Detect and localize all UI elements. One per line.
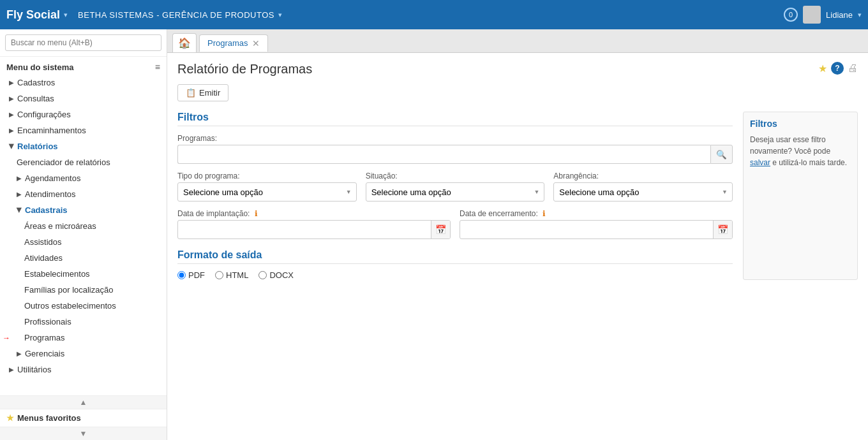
page-header: Relatório de Programas ★ ? 🖨 [177,62,858,77]
sidebar-item-encaminhamentos[interactable]: ▶ Encaminhamentos [0,122,167,138]
save-filter-link[interactable]: salvar [750,158,770,167]
programas-search-button[interactable]: 🔍 [710,145,733,164]
sidebar-item-label: Cadastros [17,78,55,87]
arrow-icon: ▶ [17,350,22,357]
user-caret-icon[interactable]: ▾ [858,11,862,19]
data-implantacao-label: Data de implantação: ℹ [177,209,451,218]
output-section: Formato de saída PDF HTML [177,249,733,280]
docx-label: DOCX [269,270,294,280]
favorites-label: Menus favoritos [17,413,81,423]
sidebar-item-label: Gerenciador de relatórios [17,158,110,167]
print-icon[interactable]: 🖨 [848,62,858,74]
brand-logo[interactable]: Fly Social [6,8,60,22]
tabs-bar: 🏠 Programas ✕ [167,29,868,53]
sidebar-item-estabelecimentos[interactable]: Estabelecimentos [0,266,167,282]
sidebar-item-profissionais[interactable]: Profissionais [0,314,167,330]
programas-input[interactable] [177,145,710,164]
data-encerramento-calendar-button[interactable]: 📅 [713,221,732,238]
data-implantacao-calendar-button[interactable]: 📅 [431,221,450,238]
situacao-select-wrapper: Selecione uma opção [366,182,545,202]
sidebar-item-label: Consultas [17,94,54,103]
sidebar-item-label: Famílias por localização [24,285,113,295]
html-label: HTML [226,270,248,280]
docx-radio[interactable] [258,271,267,279]
output-format-group: PDF HTML DOCX [177,270,733,280]
sidebar-item-gerenciador[interactable]: Gerenciador de relatórios [0,154,167,170]
data-encerramento-input[interactable] [460,220,733,239]
sidebar-item-relatorios[interactable]: ▶ Relatórios [0,138,167,154]
page-icons: ★ ? 🖨 [818,62,858,75]
scroll-up-container: ▲ [0,395,167,409]
arrow-icon: ▶ [17,191,22,198]
arrow-icon: ▶ [9,79,14,86]
sidebar-item-label: Agendamentos [25,173,80,183]
scroll-down-container: ▼ [0,427,167,440]
sidebar-item-label: Assistidos [24,237,62,247]
org-name[interactable]: BETHA SISTEMAS - GERÊNCIA DE PRODUTOS [78,10,274,20]
org-caret-icon[interactable]: ▾ [278,11,282,19]
sidebar-item-programas[interactable]: Programas [0,330,167,346]
content-area: Filtros Programas: 🔍 Tipo do programa: [177,112,858,280]
sidebar-item-cadastros[interactable]: ▶ Cadastros [0,75,167,91]
sidebar-item-label: Cadastrais [25,205,67,215]
arrow-down-icon: ▶ [8,144,15,149]
favorite-star-icon[interactable]: ★ [818,62,827,75]
html-radio[interactable] [215,271,223,279]
scroll-down-button[interactable]: ▼ [76,429,91,439]
list-icon: ≡ [155,62,160,72]
search-input[interactable] [5,34,161,51]
sidebar-item-atendimentos[interactable]: ▶ Atendimentos [0,186,167,202]
pdf-option[interactable]: PDF [177,270,205,280]
sidebar-item-agendamentos[interactable]: ▶ Agendamentos [0,170,167,186]
sidebar-item-consultas[interactable]: ▶ Consultas [0,91,167,106]
data-encerramento-wrapper: 📅 [460,220,733,239]
sidebar-item-familias[interactable]: Famílias por localização [0,282,167,298]
sidebar-list: ▶ Cadastros ▶ Consultas ▶ Configurações … [0,75,167,395]
sidebar-item-gerenciais[interactable]: ▶ Gerenciais [0,346,167,362]
programas-field: Programas: 🔍 [177,134,733,164]
scroll-up-button[interactable]: ▲ [76,397,91,407]
situacao-label: Situação: [366,172,545,180]
brand-caret-icon[interactable]: ▾ [64,11,68,19]
sidebar-item-areas[interactable]: Áreas e microáreas [0,218,167,234]
sidebar-item-label: Encaminhamentos [17,126,86,135]
situacao-select[interactable]: Selecione uma opção [366,182,545,202]
sidebar-item-label: Profissionais [24,317,71,326]
avatar[interactable] [803,6,821,24]
tipo-col: Tipo do programa: Selecione uma opção [177,172,357,202]
pdf-label: PDF [188,270,205,280]
tipo-select[interactable]: Selecione uma opção [177,182,357,202]
sidebar-item-label: Atendimentos [25,189,76,199]
pdf-radio[interactable] [177,271,186,279]
programas-input-group: 🔍 [177,145,733,164]
abrangencia-select[interactable]: Selecione uma opção [553,182,733,202]
filters-side-text-before: Deseja usar esse filtro novamente? Você … [750,135,830,156]
page-title: Relatório de Programas [177,62,312,77]
docx-option[interactable]: DOCX [258,270,294,280]
programas-label: Programas: [177,134,733,143]
data-implantacao-wrapper: 📅 [177,220,451,239]
filters-side-text-after: e utilizá-lo mais tarde. [770,158,847,167]
sidebar-item-cadastrais[interactable]: ▶ Cadastrais [0,202,167,218]
date-hint-icon2: ℹ [542,209,546,218]
sidebar-item-atividades[interactable]: Atividades [0,250,167,266]
notification-badge[interactable]: 0 [784,8,798,22]
sidebar-item-utilitarios[interactable]: ▶ Utilitários [0,362,167,378]
sidebar-item-assistidos[interactable]: Assistidos [0,234,167,250]
tab-close-icon[interactable]: ✕ [252,38,260,48]
arrow-icon: ▶ [9,111,14,118]
help-icon[interactable]: ? [831,62,844,75]
arrow-icon: ▶ [9,127,14,134]
situacao-col: Situação: Selecione uma opção [366,172,545,202]
tab-home[interactable]: 🏠 [172,33,197,52]
menu-title: Menu do sistema ≡ [0,57,167,75]
sidebar-item-label: Atividades [24,253,63,263]
emit-button[interactable]: 📋 Emitir [177,84,228,101]
html-option[interactable]: HTML [215,270,248,280]
tab-programas[interactable]: Programas ✕ [199,34,268,52]
sidebar-item-outros-estabelecimentos[interactable]: Outros estabelecimentos [0,298,167,314]
sidebar-item-configuracoes[interactable]: ▶ Configurações [0,106,167,122]
dates-row: Data de implantação: ℹ 📅 Data de encerra… [177,209,733,239]
data-implantacao-input[interactable] [177,220,451,239]
sidebar-item-label: Configurações [17,110,71,119]
